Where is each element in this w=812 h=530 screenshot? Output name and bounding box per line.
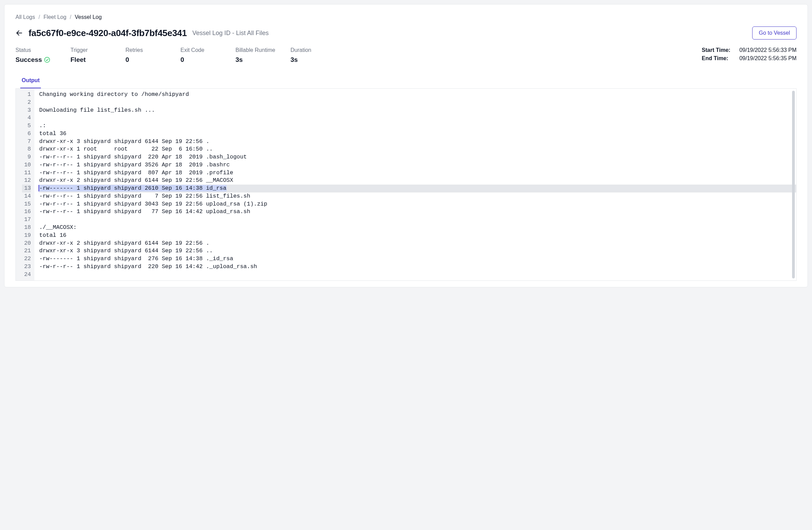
stat-retries: Retries 0 <box>125 47 177 64</box>
log-line <box>39 114 796 122</box>
line-number: 24 <box>22 271 31 279</box>
line-number: 17 <box>22 216 31 224</box>
breadcrumb-fleet-log[interactable]: Fleet Log <box>43 14 66 20</box>
log-line <box>39 216 796 224</box>
log-line: -rw-r--r-- 1 shipyard shipyard 807 Apr 1… <box>39 169 796 177</box>
log-line <box>39 271 796 279</box>
breadcrumb-current: Vessel Log <box>75 14 102 20</box>
svg-point-1 <box>45 57 50 63</box>
stat-label: Retries <box>125 47 177 53</box>
log-panel: All Logs / Fleet Log / Vessel Log fa5c67… <box>4 4 808 287</box>
stat-value: 3s <box>290 56 339 64</box>
page-header: fa5c67f0-e9ce-4920-a04f-3fb7bf45e341 Ves… <box>15 26 797 40</box>
stat-duration: Duration 3s <box>290 47 339 64</box>
end-time-value: 09/19/2022 5:56:35 PM <box>739 55 797 62</box>
start-time-label: Start Time: <box>702 47 730 53</box>
status-text: Success <box>15 56 42 64</box>
page-title: fa5c67f0-e9ce-4920-a04f-3fb7bf45e341 <box>29 28 187 38</box>
stat-label: Billable Runtime <box>235 47 287 53</box>
stat-status: Status Success <box>15 47 67 64</box>
line-number: 4 <box>22 114 31 122</box>
check-circle-icon <box>44 57 50 63</box>
line-number: 5 <box>22 122 31 130</box>
start-time-value: 09/19/2022 5:56:33 PM <box>739 47 797 53</box>
end-time-label: End Time: <box>702 55 730 62</box>
go-to-vessel-button[interactable]: Go to Vessel <box>752 26 797 40</box>
log-line: -rw-r--r-- 1 shipyard shipyard 3043 Sep … <box>39 200 796 208</box>
line-number: 3 <box>22 107 31 114</box>
line-number: 18 <box>22 224 31 232</box>
line-number: 22 <box>22 255 31 263</box>
stat-label: Trigger <box>70 47 122 53</box>
stat-value: Success <box>15 56 67 64</box>
stat-value: 0 <box>125 56 177 64</box>
stat-exit-code: Exit Code 0 <box>180 47 232 64</box>
log-line: -rw-r--r-- 1 shipyard shipyard 220 Apr 1… <box>39 153 796 161</box>
log-line: Downloading file list_files.sh ... <box>39 107 796 114</box>
stats-row: Status Success Trigger Fleet Retries 0 E… <box>15 47 797 64</box>
line-number: 12 <box>22 177 31 185</box>
log-output: 123456789101112131415161718192021222324 … <box>15 89 797 281</box>
line-number: 19 <box>22 232 31 240</box>
tab-output[interactable]: Output <box>20 74 41 88</box>
stat-billable-runtime: Billable Runtime 3s <box>235 47 287 64</box>
line-number: 1 <box>22 91 31 99</box>
line-number: 7 <box>22 138 31 146</box>
line-number: 20 <box>22 240 31 247</box>
stat-trigger: Trigger Fleet <box>70 47 122 64</box>
log-line: -rw------- 1 shipyard shipyard 2610 Sep … <box>39 185 796 192</box>
log-line: total 36 <box>39 130 796 138</box>
stat-value: 3s <box>235 56 287 64</box>
log-line: drwxr-xr-x 3 shipyard shipyard 6144 Sep … <box>39 247 796 255</box>
log-line: drwxr-xr-x 1 root root 22 Sep 6 16:50 .. <box>39 145 796 153</box>
line-number: 23 <box>22 263 31 271</box>
log-line: -rw-r--r-- 1 shipyard shipyard 220 Sep 1… <box>39 263 796 271</box>
log-code[interactable]: Changing working directory to /home/ship… <box>34 89 796 280</box>
breadcrumb-all-logs[interactable]: All Logs <box>15 14 35 20</box>
breadcrumb-separator: / <box>39 14 40 20</box>
breadcrumb-separator: / <box>70 14 71 20</box>
times-block: Start Time: 09/19/2022 5:56:33 PM End Ti… <box>702 47 797 62</box>
line-number: 11 <box>22 169 31 177</box>
log-line: -rw-r--r-- 1 shipyard shipyard 7 Sep 19 … <box>39 192 796 200</box>
log-line: total 16 <box>39 232 796 240</box>
log-line: .: <box>39 122 796 130</box>
stat-value: Fleet <box>70 56 122 64</box>
log-line: drwxr-xr-x 2 shipyard shipyard 6144 Sep … <box>39 177 796 185</box>
line-number-gutter: 123456789101112131415161718192021222324 <box>16 89 34 280</box>
line-number: 14 <box>22 192 31 200</box>
line-number: 10 <box>22 161 31 169</box>
arrow-left-icon[interactable] <box>15 29 23 37</box>
page-subtitle: Vessel Log ID - List All Files <box>192 30 268 37</box>
log-line <box>39 99 796 107</box>
log-line: ./__MACOSX: <box>39 224 796 232</box>
line-number: 15 <box>22 200 31 208</box>
stat-value: 0 <box>180 56 232 64</box>
line-number: 16 <box>22 208 31 216</box>
stat-label: Status <box>15 47 67 53</box>
line-number: 8 <box>22 145 31 153</box>
log-line: Changing working directory to /home/ship… <box>39 91 796 99</box>
stat-label: Exit Code <box>180 47 232 53</box>
line-number: 2 <box>22 99 31 107</box>
scrollbar[interactable] <box>792 91 795 278</box>
breadcrumb: All Logs / Fleet Log / Vessel Log <box>15 14 797 20</box>
stat-label: Duration <box>290 47 339 53</box>
log-line: drwxr-xr-x 2 shipyard shipyard 6144 Sep … <box>39 240 796 247</box>
log-line: -rw-r--r-- 1 shipyard shipyard 3526 Apr … <box>39 161 796 169</box>
line-number: 13 <box>22 185 31 192</box>
line-number: 21 <box>22 247 31 255</box>
line-number: 9 <box>22 153 31 161</box>
log-line: drwxr-xr-x 3 shipyard shipyard 6144 Sep … <box>39 138 796 146</box>
tabs: Output <box>15 74 797 89</box>
log-line: -rw------- 1 shipyard shipyard 276 Sep 1… <box>39 255 796 263</box>
log-line: -rw-r--r-- 1 shipyard shipyard 77 Sep 16… <box>39 208 796 216</box>
line-number: 6 <box>22 130 31 138</box>
